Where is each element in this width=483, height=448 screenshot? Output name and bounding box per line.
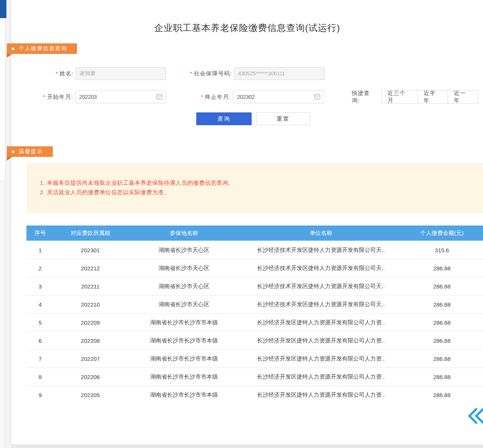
action-row: 查询 重置 bbox=[196, 112, 310, 125]
page-title: 企业职工基本养老保险缴费信息查询(试运行) bbox=[11, 22, 483, 34]
cell-amount: 286.88 bbox=[401, 314, 483, 331]
cell-period: 202210 bbox=[54, 296, 127, 313]
cell-amount: 286.88 bbox=[401, 368, 483, 385]
quick-one-year-button[interactable]: 近一年 bbox=[448, 90, 478, 104]
cell-amount: 315.6 bbox=[401, 241, 483, 259]
table-row: 2 202212 湖南省长沙市天心区 长沙经济技术开发区捷特人力资源开发有限公司… bbox=[26, 259, 483, 277]
cell-company: 长沙经济技术开发区捷特人力资源开发有限公司天.. bbox=[241, 278, 401, 295]
cell-seq: 8 bbox=[26, 368, 54, 385]
cell-company: 长沙经济技术开发区捷特人力资源开发有限公司天.. bbox=[241, 259, 401, 277]
cell-period: 202211 bbox=[54, 278, 127, 295]
calendar-icon[interactable] bbox=[156, 94, 163, 101]
cell-place: 湖南省长沙市天心区 bbox=[127, 259, 241, 277]
payment-table: 序号 对应费款所属期 参保地名称 单位名称 个人缴费金额(元) 1 202301… bbox=[26, 226, 483, 404]
query-section-title: 个人缴费信息查询 bbox=[19, 45, 67, 52]
query-button[interactable]: 查询 bbox=[196, 112, 252, 125]
cell-seq: 1 bbox=[26, 241, 54, 259]
cell-place: 湖南省长沙市天心区 bbox=[127, 278, 241, 295]
cell-company: 长沙经济技术开发区捷特人力资源开发有限公司天.. bbox=[241, 241, 401, 259]
cell-amount: 286.88 bbox=[401, 259, 483, 277]
col-header-period: 对应费款所属期 bbox=[54, 226, 127, 241]
cell-period: 202209 bbox=[54, 314, 127, 331]
quick-query-label: 快捷查询: bbox=[352, 90, 377, 104]
col-header-company: 单位名称 bbox=[241, 226, 401, 241]
quick-half-year-button[interactable]: 近半年 bbox=[417, 90, 448, 104]
table-header-row: 序号 对应费款所属期 参保地名称 单位名称 个人缴费金额(元) bbox=[26, 226, 483, 241]
calendar-icon[interactable] bbox=[314, 94, 320, 101]
col-header-amount: 个人缴费金额(元) bbox=[401, 226, 483, 241]
cell-place: 湖南省长沙市长沙市市本级 bbox=[127, 386, 241, 404]
double-chevron-left-icon[interactable] bbox=[467, 407, 483, 425]
cell-seq: 2 bbox=[26, 259, 54, 277]
name-field bbox=[75, 67, 166, 80]
cell-place: 湖南省长沙市长沙市市本级 bbox=[127, 332, 241, 349]
table-row: 1 202301 湖南省长沙市天心区 长沙经济技术开发区捷特人力资源开发有限公司… bbox=[26, 241, 483, 259]
table-row: 3 202211 湖南省长沙市天心区 长沙经济技术开发区捷特人力资源开发有限公司… bbox=[26, 277, 483, 295]
table-row: 7 202207 湖南省长沙市长沙市市本级 长沙经济开发区捷特人力资源开发有限公… bbox=[26, 349, 483, 367]
cell-company: 长沙经济开发区捷特人力资源开发有限公司人力资.. bbox=[241, 350, 401, 367]
tips-section-title: 温馨提示 bbox=[19, 148, 43, 155]
left-rail-top bbox=[0, 0, 6, 181]
required-asterisk: * bbox=[43, 94, 45, 100]
start-month-label: *开始年月: bbox=[32, 94, 73, 101]
col-header-seq: 序号 bbox=[26, 226, 54, 241]
notice-line-2: 2. 灵活就业人员的缴费单位信息以实际缴费为准。 bbox=[40, 187, 475, 197]
cell-seq: 4 bbox=[26, 296, 54, 313]
cell-amount: 286.88 bbox=[401, 278, 483, 295]
required-asterisk: * bbox=[201, 94, 203, 100]
col-header-place: 参保地名称 bbox=[127, 226, 241, 241]
table-row: 8 202206 湖南省长沙市长沙市市本级 长沙经济开发区捷特人力资源开发有限公… bbox=[26, 367, 483, 385]
end-month-input[interactable] bbox=[233, 91, 323, 103]
ssn-label: *社会保障号码: bbox=[172, 70, 232, 77]
cell-place: 湖南省长沙市天心区 bbox=[127, 241, 241, 259]
tips-section-ribbon: 温馨提示 bbox=[7, 146, 53, 157]
cell-period: 202207 bbox=[54, 350, 127, 367]
cell-place: 湖南省长沙市长沙市市本级 bbox=[127, 314, 241, 331]
cell-company: 长沙经济开发区捷特人力资源开发有限公司人力资.. bbox=[241, 368, 401, 385]
table-row: 5 202209 湖南省长沙市长沙市市本级 长沙经济开发区捷特人力资源开发有限公… bbox=[26, 313, 483, 331]
cell-place: 湖南省长沙市长沙市市本级 bbox=[127, 350, 241, 367]
quick-last-3-months-button[interactable]: 近三个月 bbox=[381, 90, 418, 104]
cell-amount: 286.88 bbox=[401, 332, 483, 349]
cell-seq: 3 bbox=[26, 278, 54, 295]
cell-period: 202206 bbox=[54, 368, 127, 385]
reset-button[interactable]: 重置 bbox=[256, 112, 310, 125]
bullet-dot-icon bbox=[12, 150, 14, 153]
table-row: 9 202205 湖南省长沙市长沙市市本级 长沙经济开发区捷特人力资源开发有限公… bbox=[26, 385, 483, 404]
name-ssn-row: *姓名: *社会保障号码: bbox=[32, 67, 325, 80]
start-month-input[interactable] bbox=[75, 91, 166, 103]
cell-period: 202212 bbox=[54, 259, 127, 277]
cell-company: 长沙经济技术开发区捷特人力资源开发有限公司天.. bbox=[241, 296, 401, 313]
bottom-strip bbox=[11, 444, 483, 448]
table-row: 6 202208 湖南省长沙市长沙市市本级 长沙经济开发区捷特人力资源开发有限公… bbox=[26, 331, 483, 349]
bullet-dot-icon bbox=[12, 48, 14, 50]
main-panel: 企业职工基本养老保险缴费信息查询(试运行) *姓名: *社会保障号码: *开始年… bbox=[11, 0, 483, 444]
cell-seq: 9 bbox=[26, 386, 54, 404]
required-asterisk: * bbox=[55, 71, 58, 77]
cell-amount: 286.88 bbox=[401, 386, 483, 404]
cell-place: 湖南省长沙市长沙市市本级 bbox=[127, 368, 241, 385]
required-asterisk: * bbox=[190, 71, 192, 77]
cell-company: 长沙经济开发区捷特人力资源开发有限公司人力资.. bbox=[241, 314, 401, 331]
cell-seq: 5 bbox=[26, 314, 54, 331]
page-root: 企业职工基本养老保险缴费信息查询(试运行) *姓名: *社会保障号码: *开始年… bbox=[0, 0, 483, 448]
query-section-ribbon: 个人缴费信息查询 bbox=[7, 43, 77, 54]
cell-period: 202205 bbox=[54, 386, 127, 404]
notice-line-1: 1. 本服务仅提供尚未领取企业职工基本养老保险待遇人员的缴费信息查询。 bbox=[40, 178, 475, 187]
cell-seq: 7 bbox=[26, 350, 54, 367]
name-label: *姓名: bbox=[32, 70, 74, 77]
cell-amount: 286.88 bbox=[401, 350, 483, 367]
cell-place: 湖南省长沙市天心区 bbox=[127, 296, 241, 313]
cell-company: 长沙经济开发区捷特人力资源开发有限公司人力资.. bbox=[241, 332, 401, 349]
ssn-field bbox=[234, 67, 325, 80]
sidebar-collapsed-tab[interactable] bbox=[0, 0, 6, 18]
cell-company: 长沙经济开发区捷特人力资源开发有限公司人力资.. bbox=[241, 386, 401, 404]
quick-query-group: 近三个月 近半年 近一年 bbox=[381, 90, 478, 104]
date-row: *开始年月: *终止年月: 快捷查询: 近三个月 近半年 近 bbox=[32, 90, 478, 104]
end-month-label: *终止年月: bbox=[171, 94, 231, 101]
cell-period: 202208 bbox=[54, 332, 127, 349]
cell-period: 202301 bbox=[54, 241, 127, 259]
cell-seq: 6 bbox=[26, 332, 54, 349]
cell-amount: 286.88 bbox=[401, 296, 483, 313]
notice-box: 1. 本服务仅提供尚未领取企业职工基本养老保险待遇人员的缴费信息查询。 2. 灵… bbox=[26, 163, 483, 213]
